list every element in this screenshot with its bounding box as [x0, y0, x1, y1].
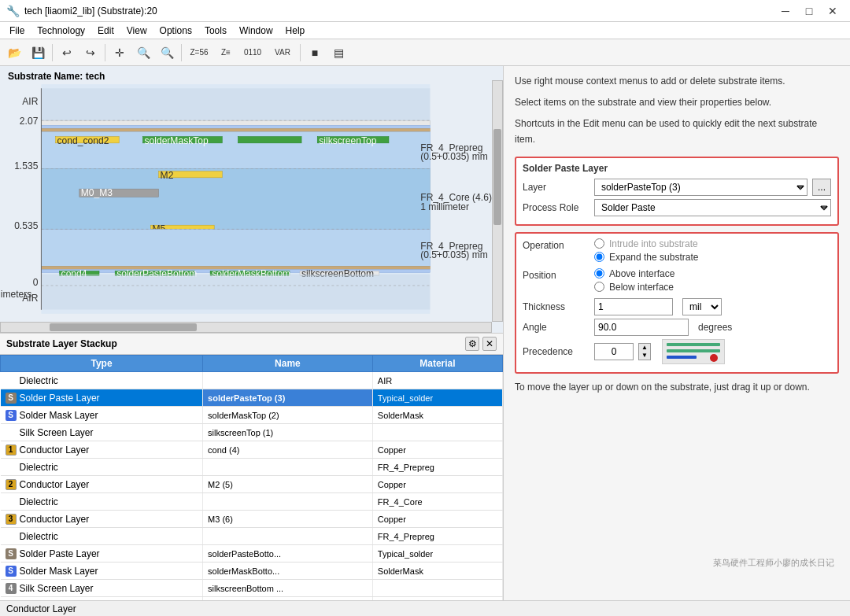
- tb-rect[interactable]: ■: [304, 42, 326, 63]
- precedence-up[interactable]: ▲: [639, 344, 650, 352]
- precedence-down[interactable]: ▼: [639, 352, 650, 360]
- cell-material: SolderMask: [372, 407, 502, 424]
- precedence-visual: [662, 339, 725, 364]
- svg-rect-44: [41, 275, 430, 310]
- scrollbar-horizontal[interactable]: [0, 322, 492, 333]
- substrate-3d-svg: AIR 2.07 1.535 0.535 0 millimeters AIR: [0, 80, 492, 322]
- cell-name: solderPasteBotto...: [203, 545, 373, 563]
- position-row: Position Above interface Below interface: [523, 268, 831, 295]
- stackup-header: Substrate Layer Stackup ⚙ ✕: [0, 334, 503, 355]
- info-text-2: Select items on the substrate and view t…: [515, 95, 839, 110]
- scrollbar-vertical[interactable]: [492, 80, 503, 322]
- cell-name: M3 (6): [203, 511, 373, 528]
- svg-text:cond_cond2: cond_cond2: [57, 135, 109, 146]
- table-row[interactable]: 4Silk Screen LayersilkscreenBottom ...: [1, 580, 503, 597]
- above-radio[interactable]: [594, 268, 604, 278]
- layer-dots-button[interactable]: ...: [812, 179, 831, 196]
- thickness-input[interactable]: [594, 298, 673, 315]
- precedence-input[interactable]: [594, 343, 634, 360]
- tb-sep-1: [52, 44, 53, 61]
- angle-input[interactable]: [594, 319, 689, 336]
- tb-lines[interactable]: ▤: [327, 42, 349, 63]
- svg-text:1.535: 1.535: [14, 160, 38, 171]
- below-radio[interactable]: [594, 282, 604, 292]
- minimize-button[interactable]: ─: [774, 2, 796, 20]
- table-row[interactable]: 2Conductor LayerM2 (5)Copper: [1, 476, 503, 493]
- svg-text:silkscreenTop: silkscreenTop: [319, 135, 376, 146]
- below-radio-row: Below interface: [594, 282, 674, 293]
- expand-radio[interactable]: [594, 252, 604, 262]
- expand-radio-row: Expand the substrate: [594, 252, 698, 263]
- table-row[interactable]: SSolder Mask LayersolderMaskTop (2)Solde…: [1, 407, 503, 424]
- layer-select[interactable]: solderPasteTop (3): [594, 179, 808, 196]
- precedence-spinner: ▲ ▼: [638, 343, 651, 360]
- cell-type: 4Silk Screen Layer: [1, 580, 203, 597]
- table-row[interactable]: DielectricFR_4_Prepreg: [1, 459, 503, 476]
- tb-z56[interactable]: Z=56: [185, 42, 213, 63]
- menu-edit[interactable]: Edit: [91, 22, 120, 39]
- col-name: Name: [203, 356, 373, 372]
- table-row[interactable]: DielectricAIR: [1, 372, 503, 389]
- table-row[interactable]: SSolder Mask LayersolderMaskBotto...Sold…: [1, 563, 503, 580]
- tb-0110[interactable]: 0110: [238, 42, 267, 63]
- intrude-radio[interactable]: [594, 238, 604, 249]
- window-title: tech [liaomi2_lib] (Substrate):20: [24, 6, 157, 17]
- prec-bar-top: [667, 343, 720, 346]
- table-row[interactable]: SSolder Paste LayersolderPasteTop (3)Typ…: [1, 389, 503, 407]
- thickness-unit-select[interactable]: mil mm: [682, 298, 722, 315]
- tb-redo[interactable]: ↪: [79, 42, 102, 63]
- restore-button[interactable]: □: [798, 2, 820, 20]
- svg-rect-19: [238, 137, 301, 143]
- menu-technology[interactable]: Technology: [31, 22, 91, 39]
- tb-undo[interactable]: ↩: [56, 42, 78, 63]
- svg-rect-11: [41, 128, 430, 131]
- layer-select-wrapper: solderPasteTop (3) ▼: [594, 179, 808, 196]
- cell-name: cond (4): [203, 441, 373, 459]
- cell-name: solderMaskBotto...: [203, 563, 373, 580]
- svg-rect-8: [41, 88, 430, 120]
- cell-material: Copper: [372, 441, 502, 459]
- menu-tools[interactable]: Tools: [198, 22, 233, 39]
- intrude-radio-row: Intrude into substrate: [594, 238, 698, 249]
- left-panel: Substrate Name: tech AIR 2.07 1.535 0.53…: [0, 66, 504, 616]
- menu-window[interactable]: Window: [233, 22, 279, 39]
- close-button[interactable]: ✕: [822, 2, 844, 20]
- stackup-close-button[interactable]: ✕: [482, 337, 497, 351]
- table-row[interactable]: SSolder Paste LayersolderPasteBotto...Ty…: [1, 545, 503, 563]
- tb-zoom-in[interactable]: 🔍: [132, 42, 154, 63]
- tb-open[interactable]: 📂: [3, 42, 25, 63]
- 3d-view-area: Substrate Name: tech AIR 2.07 1.535 0.53…: [0, 66, 503, 334]
- cell-material: Copper: [372, 476, 502, 493]
- table-row[interactable]: DielectricFR_4_Prepreg: [1, 528, 503, 545]
- tb-var[interactable]: VAR: [268, 42, 297, 63]
- operation-row: Operation Intrude into substrate Expand …: [523, 238, 831, 265]
- table-row[interactable]: 1Conductor Layercond (4)Copper: [1, 441, 503, 459]
- tb-zoom-out[interactable]: 🔍: [156, 42, 178, 63]
- tb-move[interactable]: ✛: [109, 42, 131, 63]
- svg-rect-31: [41, 229, 430, 266]
- cell-type: SSolder Mask Layer: [1, 563, 203, 580]
- title-bar: 🔧 tech [liaomi2_lib] (Substrate):20 ─ □ …: [0, 0, 850, 22]
- cell-name: [203, 528, 373, 545]
- cell-name: solderMaskTop (2): [203, 407, 373, 424]
- cell-material: Typical_solder: [372, 389, 502, 407]
- svg-text:0.535: 0.535: [14, 220, 38, 231]
- table-row[interactable]: 3Conductor LayerM3 (6)Copper: [1, 511, 503, 528]
- process-role-label: Process Role: [523, 202, 589, 213]
- app-icon: 🔧: [6, 5, 20, 17]
- menu-view[interactable]: View: [120, 22, 153, 39]
- menu-options[interactable]: Options: [153, 22, 198, 39]
- tb-zc[interactable]: Z≡: [215, 42, 237, 63]
- title-bar-controls: ─ □ ✕: [774, 2, 844, 20]
- stackup-panel: Substrate Layer Stackup ⚙ ✕ Type Name Ma…: [0, 334, 503, 616]
- table-row[interactable]: DielectricFR_4_Core: [1, 493, 503, 511]
- stackup-gear-button[interactable]: ⚙: [465, 337, 479, 351]
- menu-file[interactable]: File: [3, 22, 31, 39]
- svg-text:1 millimeter: 1 millimeter: [420, 201, 469, 212]
- table-row[interactable]: Silk Screen LayersilkscreenTop (1): [1, 424, 503, 441]
- cell-type: Silk Screen Layer: [1, 424, 203, 441]
- angle-label: Angle: [523, 322, 589, 333]
- menu-help[interactable]: Help: [279, 22, 312, 39]
- process-role-select[interactable]: Solder Paste: [594, 199, 831, 216]
- tb-save[interactable]: 💾: [27, 42, 49, 63]
